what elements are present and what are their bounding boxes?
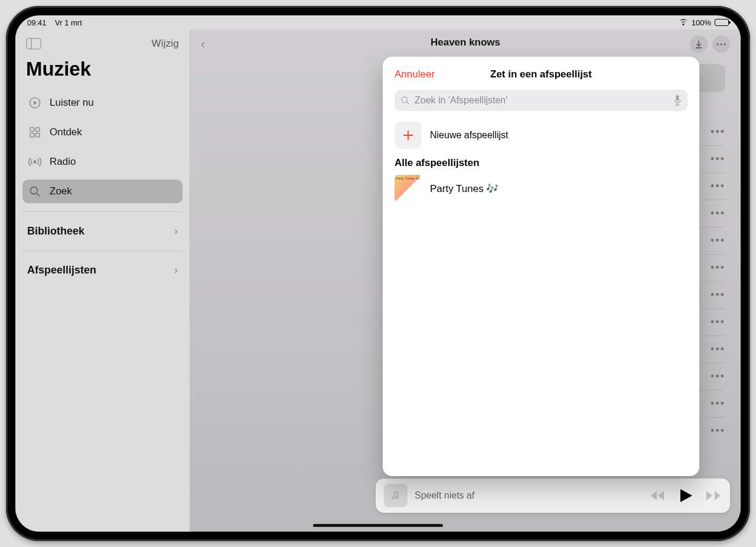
track-more-button[interactable]: ••• (711, 316, 725, 328)
chevron-right-icon: › (174, 264, 178, 276)
next-button[interactable] (706, 490, 722, 501)
playlists-section-title: Alle afspeellijsten (395, 157, 687, 169)
plus-icon (395, 122, 422, 149)
modal-title: Zet in een afspeellijst (490, 69, 592, 80)
svg-rect-4 (36, 128, 40, 132)
track-more-button[interactable]: ••• (711, 262, 725, 274)
main: ‹ Heaven knows Shuffle 2:52• (190, 30, 741, 532)
sidebar: Wijzig Muziek Luister nu Ontdek (15, 30, 190, 532)
sidebar-item-listen-now[interactable]: Luister nu (22, 91, 183, 115)
cancel-button[interactable]: Annuleer (395, 69, 435, 80)
svg-point-13 (402, 97, 408, 103)
sidebar-item-browse[interactable]: Ontdek (22, 121, 183, 144)
status-right: 100% (679, 18, 729, 27)
nowplaying-art (384, 484, 408, 507)
track-more-button[interactable]: ••• (711, 235, 725, 247)
search-icon (400, 96, 410, 105)
svg-rect-15 (676, 95, 679, 101)
screen: 09:41 Vr 1 mrt 100% Wijzig Muzi (15, 15, 741, 532)
status-time: 09:41 (27, 18, 47, 27)
new-playlist-row[interactable]: Nieuwe afspeellijst (395, 122, 687, 149)
svg-line-14 (407, 102, 409, 105)
edit-button[interactable]: Wijzig (151, 38, 179, 50)
track-more-button[interactable]: ••• (711, 180, 725, 193)
status-date: Vr 1 mrt (55, 18, 82, 27)
wifi-icon (679, 19, 688, 26)
play-circle-icon (28, 96, 41, 109)
track-more-button[interactable]: ••• (711, 126, 725, 138)
sidebar-item-label: Zoek (50, 185, 72, 197)
svg-rect-5 (30, 134, 34, 138)
nowplaying-text: Speelt niets af (415, 490, 644, 501)
battery-icon (715, 19, 729, 26)
status-left: 09:41 Vr 1 mrt (27, 18, 82, 27)
playlist-row[interactable]: Party Tunes 🎶 Party Tunes 🎶 (395, 175, 687, 202)
svg-line-9 (37, 194, 40, 197)
status-bar: 09:41 Vr 1 mrt 100% (15, 15, 741, 30)
app-title: Muziek (22, 58, 183, 85)
playlist-art: Party Tunes 🎶 (395, 175, 422, 202)
svg-point-8 (31, 187, 38, 194)
playlist-name: Party Tunes 🎶 (430, 183, 498, 195)
previous-button[interactable] (651, 490, 666, 501)
dictation-icon[interactable] (673, 95, 682, 106)
track-more-button[interactable]: ••• (711, 207, 725, 220)
play-button[interactable] (680, 489, 692, 502)
section-label: Afspeellijsten (27, 264, 96, 276)
add-to-playlist-modal: Annuleer Zet in een afspeellijst Zoek in… (383, 57, 699, 476)
svg-rect-6 (36, 134, 40, 138)
app-root: Wijzig Muziek Luister nu Ontdek (15, 30, 741, 532)
search-input[interactable]: Zoek in 'Afspeellijsten' (395, 90, 687, 111)
sidebar-toggle-icon[interactable] (26, 38, 41, 50)
new-playlist-label: Nieuwe afspeellijst (430, 130, 509, 141)
track-more-button[interactable]: ••• (711, 398, 725, 410)
home-indicator[interactable] (313, 524, 443, 527)
track-more-button[interactable]: ••• (711, 153, 725, 165)
svg-rect-3 (30, 128, 34, 132)
now-playing-bar[interactable]: Speelt niets af (376, 478, 730, 513)
svg-rect-0 (27, 38, 41, 49)
track-more-button[interactable]: ••• (711, 289, 725, 301)
battery-pct: 100% (692, 18, 711, 27)
sidebar-item-label: Ontdek (50, 126, 82, 138)
track-more-button[interactable]: ••• (711, 343, 725, 356)
sidebar-item-search[interactable]: Zoek (22, 180, 183, 203)
sidebar-item-radio[interactable]: Radio (22, 150, 183, 174)
device-frame: 09:41 Vr 1 mrt 100% Wijzig Muzi (6, 6, 750, 541)
track-more-button[interactable]: ••• (711, 370, 725, 383)
sidebar-item-label: Radio (50, 156, 76, 168)
svg-point-7 (34, 161, 36, 163)
track-more-button[interactable]: ••• (711, 425, 725, 437)
section-label: Bibliotheek (27, 225, 84, 237)
sidebar-section-library[interactable]: Bibliotheek › (22, 220, 183, 242)
page-title: Heaven knows (431, 37, 500, 48)
sidebar-section-playlists[interactable]: Afspeellijsten › (22, 259, 183, 281)
grid-icon (28, 126, 41, 139)
sidebar-item-label: Luister nu (50, 97, 94, 109)
search-icon (28, 185, 41, 198)
chevron-right-icon: › (174, 225, 178, 237)
radio-icon (28, 155, 41, 168)
search-placeholder: Zoek in 'Afspeellijsten' (415, 95, 669, 106)
